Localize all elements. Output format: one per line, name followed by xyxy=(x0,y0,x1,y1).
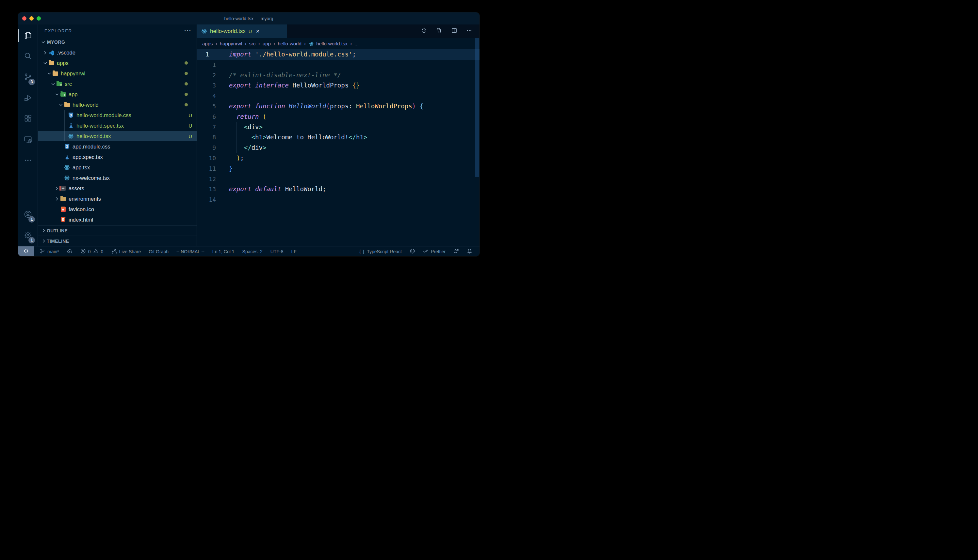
remote-explorer-activity-button[interactable] xyxy=(18,130,38,150)
cloud-upload-icon xyxy=(67,248,72,255)
react-icon xyxy=(68,133,74,139)
code-editor[interactable]: 1import './hello-world.module.css';12/* … xyxy=(197,49,480,246)
code-line-8[interactable]: 7 <div> xyxy=(197,122,480,132)
remote-indicator[interactable] xyxy=(18,247,34,256)
split-editor-icon[interactable] xyxy=(451,27,457,35)
accounts-button[interactable]: 1 xyxy=(18,204,38,225)
sync-status[interactable] xyxy=(67,248,72,255)
desktop: hello-world.tsx — myorg 3 xyxy=(0,0,489,280)
breadcrumb-label: src xyxy=(249,41,256,46)
tree-item-label: hello-world.spec.tsx xyxy=(77,123,124,129)
tab-untracked-badge: U xyxy=(249,28,252,34)
code-line-6[interactable]: 5export function HelloWorld(props: Hello… xyxy=(197,101,480,112)
folder-icon xyxy=(48,61,55,65)
breadcrumb-hello-world[interactable]: hello-world› xyxy=(278,41,308,47)
code-line-12[interactable]: 11} xyxy=(197,163,480,174)
chevron-right-icon xyxy=(41,238,47,244)
language-mode-status[interactable]: { } TypeScript React xyxy=(359,249,402,254)
settings-button[interactable]: 1 xyxy=(18,225,38,246)
code-line-3[interactable]: 2/* eslint-disable-next-line */ xyxy=(197,70,480,81)
maximize-window-button[interactable] xyxy=(37,16,41,20)
chevron-down-icon xyxy=(58,102,64,107)
branch-icon xyxy=(40,248,45,255)
breadcrumb-src[interactable]: src› xyxy=(249,41,262,47)
explorer-actions-button[interactable]: ··· xyxy=(184,29,191,32)
code-line-11[interactable]: 10 ); xyxy=(197,153,480,163)
git-graph-status[interactable]: Git Graph xyxy=(149,249,169,254)
breadcrumb-label: apps xyxy=(202,41,213,46)
tree-item-assets[interactable]: assets xyxy=(38,183,197,193)
breadcrumb--[interactable]: ... xyxy=(354,41,359,46)
timeline-history-icon[interactable] xyxy=(421,27,427,35)
tree-item-hello-world-spec-tsx[interactable]: hello-world.spec.tsxU xyxy=(38,120,197,131)
tree-item-app-module-css[interactable]: 3app.module.css xyxy=(38,141,197,152)
open-changes-icon[interactable] xyxy=(436,27,442,35)
code-line-2[interactable]: 1 xyxy=(197,60,480,70)
minimize-window-button[interactable] xyxy=(29,16,33,20)
git-branch-status[interactable]: main* xyxy=(40,248,59,255)
css-icon: 3 xyxy=(64,144,70,150)
code-line-5[interactable]: 4 xyxy=(197,91,480,101)
run-debug-activity-button[interactable] xyxy=(18,88,38,109)
share-profile-status[interactable] xyxy=(453,248,459,255)
tab-bar: hello-world.tsx U × xyxy=(197,25,480,38)
tree-item-label: assets xyxy=(69,185,84,192)
more-actions-icon[interactable] xyxy=(466,27,472,35)
code-line-7[interactable]: 6 return ( xyxy=(197,112,480,122)
code-line-4[interactable]: 3export interface HelloWorldProps {} xyxy=(197,80,480,91)
breadcrumb-separator: › xyxy=(350,41,352,47)
breadcrumb-happynrwl[interactable]: happynrwl› xyxy=(220,41,249,47)
close-window-button[interactable] xyxy=(22,16,27,20)
indentation-label: Spaces: 2 xyxy=(242,249,262,254)
encoding-status[interactable]: UTF-8 xyxy=(271,249,284,254)
tree-item-apps[interactable]: apps xyxy=(38,58,197,68)
tree-item--vscode[interactable]: .vscode xyxy=(38,47,197,58)
tree-item-hello-world-tsx[interactable]: hello-world.tsxU xyxy=(38,131,197,141)
tab-hello-world-tsx[interactable]: hello-world.tsx U × xyxy=(197,25,287,38)
code-line-1[interactable]: 1import './hello-world.module.css'; xyxy=(197,49,480,60)
outline-section-header[interactable]: OUTLINE xyxy=(38,225,197,236)
code-line-13[interactable]: 12 xyxy=(197,174,480,184)
close-tab-icon[interactable]: × xyxy=(256,29,260,34)
extensions-activity-button[interactable] xyxy=(18,109,38,130)
tree-item-favicon-ico[interactable]: ★favicon.ico xyxy=(38,204,197,214)
code-line-15[interactable]: 14 xyxy=(197,195,480,205)
problems-status[interactable]: 0 0 xyxy=(80,248,104,255)
tree-item-app-tsx[interactable]: app.tsx xyxy=(38,162,197,173)
breadcrumb-apps[interactable]: apps› xyxy=(202,41,220,47)
prettier-status[interactable]: Prettier xyxy=(423,248,446,255)
notifications-status[interactable] xyxy=(467,248,472,255)
tree-item-index-html[interactable]: 5index.html xyxy=(38,214,197,225)
breadcrumb-label: happynrwl xyxy=(220,41,242,46)
tree-item-app-spec-tsx[interactable]: app.spec.tsx xyxy=(38,152,197,162)
eol-status[interactable]: LF xyxy=(291,249,297,254)
code-line-14[interactable]: 13export default HelloWorld; xyxy=(197,184,480,195)
live-share-status[interactable]: Live Share xyxy=(111,248,141,255)
tree-item-environments[interactable]: environments xyxy=(38,193,197,204)
code-line-9[interactable]: 8 <h1>Welcome to HelloWorld!</h1> xyxy=(197,132,480,143)
editor-scrollbar[interactable] xyxy=(475,38,479,177)
workspace-section-header[interactable]: MYORG xyxy=(38,37,197,47)
tree-item-src[interactable]: ‹›src xyxy=(38,78,197,89)
feedback-status[interactable] xyxy=(410,248,415,255)
tree-item-app[interactable]: app xyxy=(38,89,197,100)
explorer-activity-button[interactable] xyxy=(18,25,38,46)
tree-item-happynrwl[interactable]: happynrwl xyxy=(38,68,197,78)
breadcrumb-app[interactable]: app› xyxy=(262,41,278,47)
search-activity-button[interactable] xyxy=(18,46,38,67)
cursor-position-status[interactable]: Ln 1, Col 1 xyxy=(212,249,234,254)
more-views-button[interactable] xyxy=(18,150,38,171)
tree-item-label: app.module.css xyxy=(72,143,110,150)
vim-mode-status[interactable]: -- NORMAL -- xyxy=(176,249,204,254)
extensions-icon xyxy=(23,114,32,124)
tree-item-hello-world[interactable]: hello-world xyxy=(38,100,197,110)
code-line-10[interactable]: 9 </div> xyxy=(197,143,480,153)
source-control-activity-button[interactable]: 3 xyxy=(18,67,38,88)
double-check-icon xyxy=(423,248,428,255)
tree-item-hello-world-module-css[interactable]: 3hello-world.module.cssU xyxy=(38,110,197,120)
indentation-status[interactable]: Spaces: 2 xyxy=(242,249,262,254)
breadcrumb-hello-world-tsx[interactable]: hello-world.tsx› xyxy=(308,41,354,47)
timeline-section-header[interactable]: TIMELINE xyxy=(38,236,197,246)
editor-group: hello-world.tsx U × apps›happynrwl›src›a… xyxy=(197,25,480,246)
tree-item-nx-welcome-tsx[interactable]: nx-welcome.tsx xyxy=(38,173,197,183)
